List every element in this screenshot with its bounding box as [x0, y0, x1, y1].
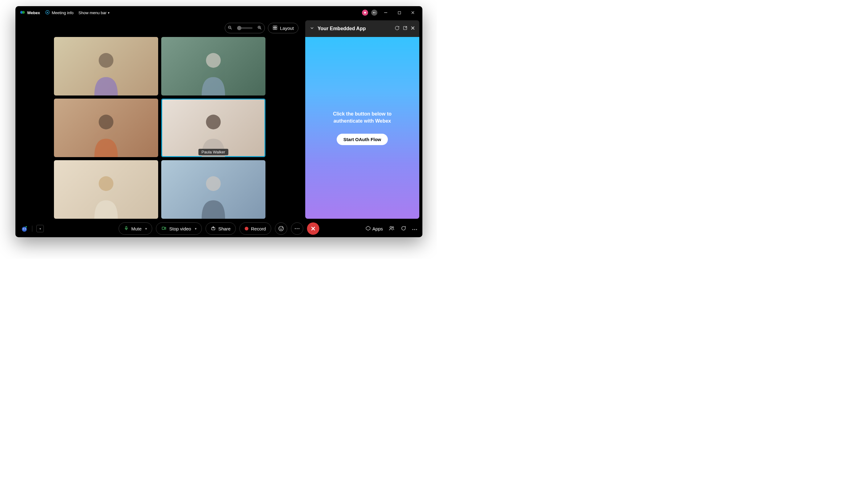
bottom-bar-center: Mute ▾ Stop video ▾ Share Record: [119, 222, 319, 235]
svg-point-36: [25, 226, 27, 227]
svg-point-34: [23, 229, 24, 230]
layout-grid-icon: [273, 25, 277, 31]
panel-close-icon[interactable]: [411, 26, 415, 32]
share-icon: [211, 226, 216, 232]
layout-label: Layout: [280, 25, 294, 31]
svg-rect-37: [126, 227, 127, 229]
svg-line-16: [260, 28, 261, 29]
svg-rect-19: [273, 26, 275, 28]
participant-tile[interactable]: [161, 160, 265, 219]
svg-point-49: [297, 228, 297, 229]
svg-line-13: [230, 28, 231, 29]
window-close-button[interactable]: [407, 8, 418, 17]
svg-point-4: [364, 12, 366, 14]
layout-button[interactable]: Layout: [268, 23, 298, 33]
show-menu-bar-button[interactable]: Show menu bar ▾: [79, 11, 109, 15]
video-feed: [54, 98, 158, 157]
participant-tile[interactable]: [161, 37, 265, 95]
apps-button[interactable]: Apps: [366, 226, 383, 232]
webex-assistant-icon[interactable]: [20, 224, 28, 233]
video-feed: [161, 160, 265, 219]
svg-point-58: [416, 229, 417, 230]
record-button[interactable]: Record: [240, 222, 271, 235]
svg-rect-22: [275, 28, 277, 29]
svg-marker-40: [164, 227, 166, 229]
participant-tile[interactable]: [54, 160, 158, 219]
record-label: Record: [251, 226, 266, 231]
mute-label: Mute: [131, 226, 141, 231]
assistant-dropdown[interactable]: ▾: [36, 225, 44, 232]
chevron-down-icon[interactable]: ▾: [195, 227, 197, 231]
video-icon: [161, 226, 167, 232]
title-bar-left: Webex Meeting info Show menu bar ▾: [20, 10, 109, 16]
zoom-slider[interactable]: [237, 27, 253, 29]
meeting-info-button[interactable]: Meeting info: [45, 10, 74, 16]
panel-popout-icon[interactable]: [403, 25, 407, 32]
window-maximize-button[interactable]: [394, 8, 404, 17]
stop-video-label: Stop video: [169, 226, 191, 231]
zoom-control[interactable]: [225, 23, 265, 33]
stop-video-button[interactable]: Stop video ▾: [156, 222, 202, 235]
title-bar-right: [362, 8, 418, 17]
share-label: Share: [218, 226, 231, 231]
video-feed: [54, 37, 158, 95]
chevron-down-icon[interactable]: ▾: [145, 227, 147, 231]
microphone-icon: [124, 226, 129, 232]
svg-point-1: [22, 11, 25, 14]
record-dot-icon: [245, 227, 248, 231]
apps-label: Apps: [372, 226, 383, 231]
participants-icon[interactable]: [388, 226, 395, 232]
participant-tile[interactable]: [54, 37, 158, 95]
chat-icon[interactable]: [400, 226, 406, 232]
chevron-down-icon: ▾: [108, 11, 109, 15]
panel-collapse-icon[interactable]: [310, 25, 314, 32]
embedded-app-panel: Your Embedded App Click the button below…: [305, 20, 419, 219]
svg-point-33: [22, 227, 27, 232]
svg-point-24: [206, 53, 221, 68]
svg-point-28: [206, 176, 221, 191]
svg-point-5: [373, 12, 374, 13]
participants-grid: Paula Walker: [54, 37, 265, 219]
mute-button[interactable]: Mute ▾: [119, 222, 152, 235]
panel-message: Click the button below to authenticate w…: [325, 111, 399, 124]
bottom-bar: │ ▾ Mute ▾ Stop video ▾: [15, 220, 422, 237]
zoom-in-icon[interactable]: [257, 25, 262, 31]
video-feed: [161, 98, 265, 157]
panel-options-icon[interactable]: [412, 226, 417, 231]
svg-point-35: [25, 229, 26, 230]
webex-brand: Webex: [20, 10, 40, 16]
zoom-out-icon[interactable]: [227, 25, 232, 31]
participant-tile[interactable]: [54, 98, 158, 157]
svg-point-44: [280, 228, 280, 228]
reactions-button[interactable]: [275, 222, 287, 235]
share-button[interactable]: Share: [206, 222, 236, 235]
more-options-button[interactable]: [291, 222, 303, 235]
participant-name-tag: Paula Walker: [198, 149, 228, 155]
svg-point-25: [99, 114, 114, 129]
svg-rect-21: [273, 28, 275, 29]
apps-icon: [366, 226, 370, 232]
recording-status-icon[interactable]: [362, 10, 368, 16]
svg-point-50: [298, 228, 299, 229]
divider: │: [31, 226, 34, 231]
end-call-button[interactable]: [307, 222, 319, 235]
video-feed: [54, 160, 158, 219]
show-menu-label: Show menu bar: [79, 11, 107, 15]
panel-title: Your Embedded App: [317, 26, 392, 32]
window-minimize-button[interactable]: [380, 8, 391, 17]
start-oauth-button[interactable]: Start OAuth Flow: [337, 134, 388, 145]
video-feed: [161, 37, 265, 95]
panel-header: Your Embedded App: [305, 20, 419, 37]
webex-window: Webex Meeting info Show menu bar ▾: [15, 6, 422, 237]
svg-point-56: [412, 229, 413, 230]
encryption-key-icon[interactable]: [371, 10, 377, 16]
svg-rect-39: [162, 227, 164, 230]
chevron-down-icon: ▾: [39, 227, 41, 231]
panel-body: Click the button below to authenticate w…: [305, 37, 419, 219]
svg-rect-3: [47, 12, 48, 13]
participant-tile-active[interactable]: Paula Walker: [161, 98, 265, 157]
webex-logo-icon: [20, 10, 25, 16]
layout-controls: Layout: [225, 23, 298, 33]
meeting-info-label: Meeting info: [52, 11, 74, 15]
panel-refresh-icon[interactable]: [395, 25, 400, 32]
